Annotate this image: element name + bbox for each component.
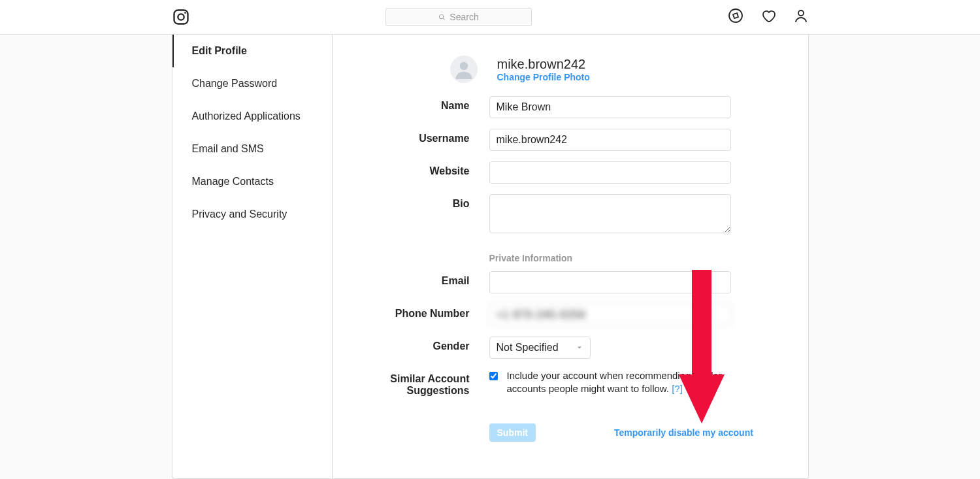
submit-button[interactable]: Submit: [489, 423, 536, 442]
svg-point-6: [459, 62, 468, 71]
private-info-heading: Private Information: [489, 253, 769, 263]
email-label: Email: [372, 271, 489, 287]
sidebar-item-edit-profile[interactable]: Edit Profile: [172, 35, 332, 67]
profile-username-heading: mike.brown242: [497, 57, 590, 72]
gender-label: Gender: [372, 337, 489, 352]
avatar[interactable]: [450, 56, 478, 83]
chevron-down-icon: [576, 344, 583, 352]
phone-field[interactable]: [489, 304, 731, 326]
similar-accounts-description: Include your account when recommending s…: [507, 369, 731, 395]
phone-label: Phone Number: [372, 304, 489, 320]
sidebar-item-privacy-security[interactable]: Privacy and Security: [172, 198, 332, 231]
svg-point-3: [729, 9, 742, 22]
bio-label: Bio: [372, 194, 489, 210]
explore-icon[interactable]: [728, 8, 743, 26]
svg-marker-4: [733, 13, 738, 18]
name-field[interactable]: [489, 96, 731, 118]
website-label: Website: [372, 161, 489, 177]
search-input[interactable]: Search: [385, 8, 532, 26]
activity-heart-icon[interactable]: [760, 8, 776, 26]
sidebar-item-manage-contacts[interactable]: Manage Contacts: [172, 165, 332, 198]
temporarily-disable-account-link[interactable]: Temporarily disable my account: [614, 427, 753, 438]
edit-profile-form: mike.brown242 Change Profile Photo Name …: [333, 35, 808, 478]
website-field[interactable]: [489, 161, 731, 184]
name-label: Name: [372, 96, 489, 112]
svg-point-2: [184, 12, 186, 14]
bio-field[interactable]: [489, 194, 731, 233]
instagram-logo[interactable]: [172, 8, 190, 26]
svg-point-1: [178, 14, 184, 20]
sidebar-item-email-sms[interactable]: Email and SMS: [172, 133, 332, 165]
sidebar-item-change-password[interactable]: Change Password: [172, 67, 332, 100]
sidebar-item-authorized-applications[interactable]: Authorized Applications: [172, 100, 332, 133]
username-field[interactable]: [489, 129, 731, 151]
similar-accounts-checkbox[interactable]: [489, 371, 498, 381]
gender-select[interactable]: Not Specified: [489, 337, 591, 359]
search-placeholder: Search: [449, 12, 478, 22]
profile-icon[interactable]: [793, 8, 809, 26]
settings-sidebar: Edit Profile Change Password Authorized …: [172, 35, 333, 478]
search-icon: [438, 14, 446, 21]
similar-label: Similar Account Suggestions: [372, 369, 489, 397]
change-profile-photo-link[interactable]: Change Profile Photo: [497, 72, 590, 82]
svg-point-5: [798, 10, 804, 16]
gender-value: Not Specified: [497, 342, 559, 354]
username-label: Username: [372, 129, 489, 144]
person-icon: [454, 59, 474, 79]
email-field[interactable]: [489, 271, 731, 293]
similar-help-link[interactable]: [?]: [672, 383, 683, 394]
